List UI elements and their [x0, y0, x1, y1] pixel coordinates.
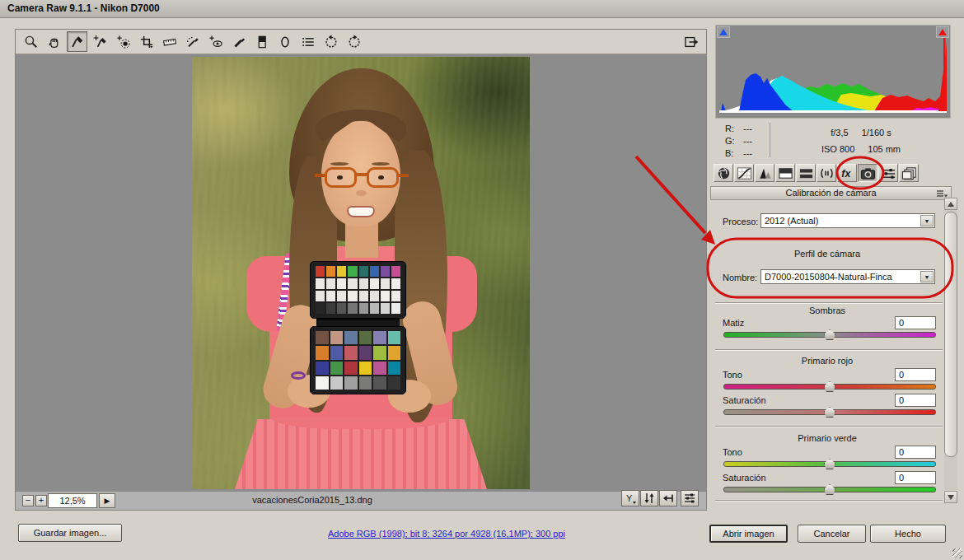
- rgb-readout-b: B: ---: [725, 148, 774, 158]
- green-saturation-value[interactable]: 0: [895, 471, 936, 484]
- green-hue-value[interactable]: 0: [895, 446, 936, 459]
- colorchecker-top-panel: [310, 261, 406, 319]
- photo-girl-skirt: [235, 419, 487, 489]
- color-patch: [381, 291, 390, 301]
- shadow-tint-slider[interactable]: [723, 332, 936, 338]
- color-patch: [348, 266, 357, 277]
- color-patch: [359, 346, 372, 359]
- tab-lens-corrections[interactable]: [817, 164, 836, 182]
- color-patch: [373, 362, 386, 375]
- shadow-tint-slider-thumb[interactable]: [824, 329, 835, 340]
- photo-eye-right: [378, 175, 384, 180]
- highlight-clipping-toggle[interactable]: [936, 26, 949, 38]
- scroll-up-arrow-icon: [948, 202, 954, 207]
- color-patch: [316, 362, 329, 375]
- exif-line-1: f/3,5 1/160 s: [779, 128, 943, 138]
- radial-filter-tool-icon[interactable]: [274, 31, 295, 52]
- white-balance-tool-icon[interactable]: [67, 31, 87, 52]
- hand-tool-icon[interactable]: [44, 31, 64, 52]
- preview-preferences-button[interactable]: [681, 490, 699, 506]
- color-patch: [373, 346, 386, 359]
- color-patch: [391, 303, 400, 314]
- tab-split-toning[interactable]: [796, 164, 816, 182]
- panel-scroll-thumb[interactable]: [944, 212, 957, 457]
- rotate-right-icon[interactable]: [344, 31, 364, 52]
- tab-snapshots[interactable]: [899, 164, 919, 182]
- red-saturation-slider[interactable]: [723, 409, 936, 415]
- resize-grip[interactable]: [952, 548, 962, 558]
- cancel-button[interactable]: Cancelar: [798, 525, 866, 543]
- color-patch: [330, 346, 344, 359]
- tab-hsl-grayscale[interactable]: [775, 164, 795, 182]
- open-image-button[interactable]: Abrir imagen: [709, 525, 788, 543]
- rotate-left-icon[interactable]: [321, 31, 341, 52]
- green-primary-section-header: Primario verde: [710, 433, 944, 443]
- spot-removal-tool-icon[interactable]: [182, 31, 203, 52]
- shadow-clipping-toggle[interactable]: [717, 26, 730, 38]
- zoom-level-select[interactable]: 12,5%: [48, 493, 97, 508]
- crop-tool-icon[interactable]: [136, 31, 157, 52]
- tab-effects[interactable]: fx: [837, 164, 857, 182]
- toolbar: [16, 30, 706, 54]
- process-value: 2012 (Actual): [761, 214, 934, 226]
- color-sampler-tool-icon[interactable]: [90, 31, 110, 52]
- tab-presets[interactable]: [878, 164, 898, 182]
- scroll-down-arrow-icon: [948, 495, 954, 500]
- color-patch: [337, 278, 346, 289]
- copy-settings-button[interactable]: [659, 490, 677, 506]
- zoom-tool-icon[interactable]: [21, 31, 41, 52]
- photo-nose: [356, 190, 367, 196]
- preferences-icon[interactable]: [297, 31, 318, 52]
- tab-camera-calibration[interactable]: [858, 164, 877, 182]
- svg-text:fx: fx: [841, 167, 851, 179]
- image-canvas: [16, 55, 706, 491]
- tab-basic[interactable]: [714, 164, 733, 182]
- color-patch: [359, 362, 372, 375]
- color-patch: [370, 291, 379, 301]
- green-saturation-label: Saturación: [723, 473, 766, 483]
- color-patch: [316, 291, 325, 301]
- process-dropdown-arrow-icon: ▼: [920, 215, 934, 226]
- r-label: R:: [725, 124, 743, 133]
- red-saturation-slider-thumb[interactable]: [824, 407, 835, 418]
- save-image-button[interactable]: Guardar imagen...: [18, 524, 122, 542]
- toggle-fullscreen-icon[interactable]: [681, 31, 701, 52]
- panel-scroll-up[interactable]: [944, 198, 957, 210]
- zoom-out-button[interactable]: −: [22, 495, 34, 506]
- red-hue-slider-thumb[interactable]: [824, 381, 835, 392]
- color-patch: [388, 346, 401, 359]
- zoom-level-dropdown-arrow[interactable]: ▶: [99, 493, 115, 508]
- red-saturation-value[interactable]: 0: [895, 394, 936, 407]
- histogram-plot: [716, 26, 950, 118]
- straighten-tool-icon[interactable]: [159, 31, 180, 52]
- targeted-adjustment-tool-icon[interactable]: [113, 31, 133, 52]
- red-hue-value[interactable]: 0: [895, 368, 936, 381]
- red-saturation-label: Saturación: [723, 395, 766, 405]
- color-patch: [316, 331, 329, 344]
- color-patch: [344, 362, 358, 375]
- separator: [715, 349, 943, 351]
- green-saturation-slider-thumb[interactable]: [824, 484, 835, 495]
- color-patch: [337, 303, 346, 314]
- zoom-in-button[interactable]: +: [35, 495, 47, 506]
- done-button[interactable]: Hecho: [870, 525, 946, 543]
- adjustment-brush-tool-icon[interactable]: [228, 31, 249, 52]
- tab-tone-curve[interactable]: [734, 164, 754, 182]
- shadow-tint-value[interactable]: 0: [895, 316, 936, 329]
- swap-before-after-button[interactable]: [640, 490, 658, 506]
- workflow-options-link[interactable]: Adobe RGB (1998); bit 8; 3264 por 4928 (…: [290, 529, 603, 539]
- color-patch: [348, 278, 357, 289]
- green-hue-slider-thumb[interactable]: [824, 459, 835, 469]
- panel-scroll-down[interactable]: [944, 491, 957, 503]
- green-hue-slider[interactable]: [723, 461, 936, 467]
- preview-mode-button[interactable]: Y: [621, 490, 639, 506]
- red-eye-tool-icon[interactable]: [205, 31, 226, 52]
- profile-name-select[interactable]: D7000-20150804-Natural-Finca ▼: [760, 269, 935, 284]
- separator: [715, 426, 943, 427]
- colorchecker-classic-panel: [310, 326, 406, 394]
- tab-detail[interactable]: [755, 164, 774, 182]
- green-saturation-slider[interactable]: [723, 487, 936, 492]
- graduated-filter-tool-icon[interactable]: [251, 31, 272, 52]
- red-hue-slider[interactable]: [723, 384, 936, 390]
- process-select[interactable]: 2012 (Actual) ▼: [760, 213, 935, 228]
